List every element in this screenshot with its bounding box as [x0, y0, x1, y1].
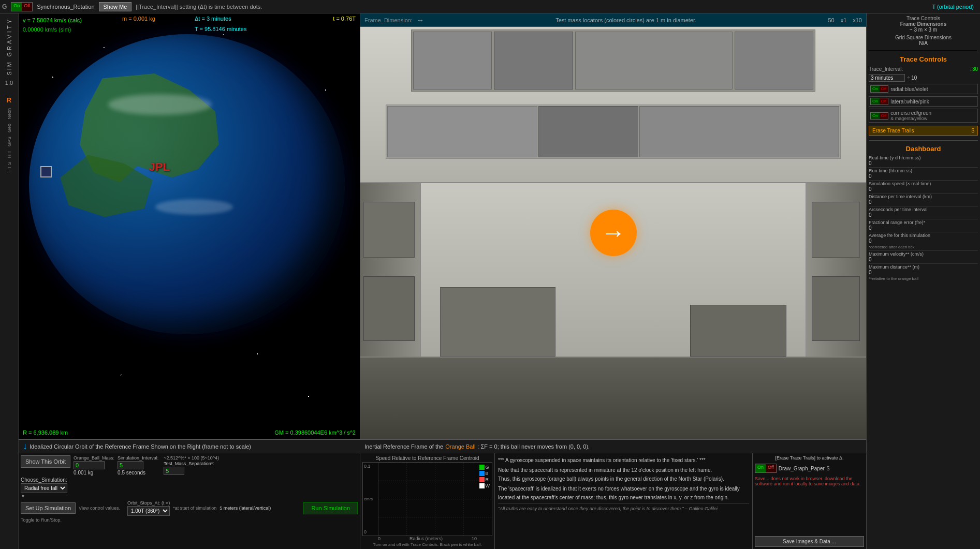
trace-controls-title: Trace Controls	[869, 55, 978, 63]
lateral-off[interactable]: Off	[880, 98, 888, 105]
graph-turn-on-off: Turn on and off with Trace Controls. Bla…	[362, 542, 492, 547]
bottom-info-panel: *** A gyroscope suspended in space maint…	[495, 453, 752, 549]
x-max: 10	[472, 536, 477, 541]
sim-speed-val: 0	[869, 186, 978, 192]
lateral-on[interactable]: On	[871, 98, 880, 105]
satellite-marker	[40, 166, 52, 177]
real-time-label: Real-time (y d hh:mm:ss)	[869, 155, 978, 160]
show-me-button[interactable]: Show Me	[99, 2, 132, 11]
earth-view: JPL R = 6,936.089 km GM = 0.39860044E6 k…	[19, 13, 360, 439]
cloud-1	[108, 94, 212, 115]
lateral-toggle[interactable]: On Off	[870, 98, 888, 105]
trace-minutes-row: ÷ 10	[869, 74, 978, 82]
frac-range-row: Fractional range error (fre)* 0	[869, 219, 978, 231]
choose-sim-label: Choose_Simulation:	[21, 477, 67, 483]
div-10-label: ÷ 10	[907, 75, 917, 81]
sync-on[interactable]: On	[11, 3, 22, 11]
info-line-7: located at the spacecraft's center of ma…	[498, 494, 749, 501]
radial-toggle[interactable]: On Off	[870, 85, 888, 93]
sync-toggle[interactable]: On Off	[11, 2, 33, 11]
legend-w: W	[479, 483, 490, 488]
trace-minutes-input[interactable]	[869, 74, 905, 82]
v-calc-label: v = 7.58074 km/s (calc)	[23, 16, 82, 25]
legend-label-w: W	[486, 483, 490, 488]
test-mass-m-label: 5 meters (lateral/vertical)	[220, 506, 271, 511]
choose-sim-select[interactable]: Radial free fall	[21, 483, 67, 493]
test-mass-m-group: 5 meters (lateral/vertical)	[220, 506, 271, 511]
draw-on[interactable]: On	[755, 464, 766, 472]
real-time-val: 0	[869, 160, 978, 166]
geo-label: Geo	[7, 124, 12, 132]
center-content: v = 7.58074 km/s (calc) 0.00000 km/s (si…	[19, 13, 866, 549]
sim-interval-sec: 0.5 seconds	[118, 470, 158, 476]
trace-interval-row: Trace_Interval: ↓30	[869, 66, 978, 72]
sync-off[interactable]: Off	[22, 3, 32, 11]
corners-label-group: corners:red/green & magenta/yellow	[890, 110, 931, 121]
toggle-label: Toggle to Run/Stop.	[21, 517, 62, 523]
sim-speed-row: Simulation speed (× real-time) 0	[869, 180, 978, 192]
orange-ball-mass-label: Orange_Ball_Mass:	[74, 455, 114, 461]
graph-canvas: G B R	[378, 463, 492, 536]
controls-row-4: Toggle to Run/Stop.	[21, 517, 358, 523]
save-warning-text: Save... does not work in browser. downlo…	[755, 476, 864, 486]
radial-row: On Off radial:blue/violet	[869, 84, 978, 94]
corrected-label: *corrected after each tick	[869, 245, 978, 249]
graph-svg	[378, 463, 492, 536]
orange-ball-mass-input[interactable]	[74, 461, 105, 469]
corners-off[interactable]: Off	[880, 113, 888, 119]
r-label: R	[7, 96, 11, 104]
show-orbit-button[interactable]: Show This Orbit	[21, 455, 70, 468]
frame-dim-value: ~ 3 m × 3 m	[869, 27, 978, 33]
frac-range-label: Fractional range error (fre)*	[869, 220, 978, 225]
info-line-4: Thus, this gyroscope (orange ball) alway…	[498, 475, 749, 483]
arcsec-label: Arcseconds per time interval	[869, 207, 978, 212]
corners-sub-label: & magenta/yellow	[890, 116, 931, 121]
run-sim-button[interactable]: Run Simulation	[303, 502, 358, 514]
erase-label: Erase Trace Trails	[872, 128, 914, 133]
save-images-button[interactable]: Save Images & Data ...	[755, 536, 864, 547]
lateral-label: lateral:white/pink	[890, 99, 929, 105]
draw-graph-toggle[interactable]: On Off	[755, 464, 777, 473]
max-dist-label: Maximum distance** (m)	[869, 264, 978, 270]
frame-dims-title: Trace Controls	[869, 16, 978, 21]
setup-sim-button[interactable]: Set Up Simulation	[21, 502, 76, 514]
gps-label: GPS	[7, 137, 12, 146]
arcsec-row: Arcseconds per time interval 0	[869, 206, 978, 218]
test-mass-sep-input[interactable]	[164, 467, 184, 475]
graph-legend: G B R	[479, 465, 490, 488]
bottom-graph: Speed Relative to Reference Frame Centro…	[360, 453, 495, 549]
x-min: 0	[378, 536, 381, 541]
dashboard-title: Dashboard	[869, 145, 978, 153]
radial-off[interactable]: Off	[880, 86, 888, 92]
test-mass-sep-label: Test_Mass_Separation*:	[164, 461, 219, 466]
orbit-stops-select[interactable]: 1.00T (360°)	[127, 506, 170, 516]
scale-x10: x10	[853, 17, 862, 23]
sync-label: Synchronous_Rotation	[37, 4, 94, 10]
sim-interval-input[interactable]	[118, 461, 143, 469]
right-wall	[806, 183, 866, 368]
test-mass-info: Test mass locators (colored circles) are…	[428, 17, 824, 23]
erase-trace-button[interactable]: Erase Trace Trails $	[869, 126, 978, 136]
frame-dim-label: Frame_Dimension:	[364, 17, 413, 23]
sim-label: SIM	[6, 61, 12, 76]
corners-toggle[interactable]: On Off	[870, 112, 888, 120]
bottom-left-controls: Show This Orbit Orange_Ball_Mass: 0.001 …	[19, 453, 360, 549]
orbit-stops-group: Orbit_Stops_At: (t =) 1.00T (360°)	[127, 500, 170, 516]
max-dist-row: Maximum distance** (m) 0	[869, 263, 978, 275]
right-panel: Trace Controls Frame Dimensions ~ 3 m × …	[866, 13, 980, 549]
corners-on[interactable]: On	[871, 113, 880, 119]
cloud-2	[155, 199, 233, 215]
draw-off[interactable]: Off	[766, 464, 776, 472]
info-line-1: *** A gyroscope suspended in space maint…	[498, 456, 749, 464]
legend-color-r	[479, 477, 485, 482]
down-arrow-icon: ↓	[23, 441, 27, 452]
y-min: 0	[364, 529, 377, 535]
controls-row-1: Show This Orbit Orange_Ball_Mass: 0.001 …	[21, 455, 358, 476]
avg-fre-row: Average fre for this simulation 0	[869, 232, 978, 244]
header-bar: G On Off Synchronous_Rotation Show Me ||…	[0, 0, 980, 13]
left-wall	[360, 183, 421, 368]
radial-on[interactable]: On	[871, 86, 880, 92]
legend-label-b: B	[486, 471, 489, 476]
radial-label: radial:blue/violet	[890, 86, 928, 92]
arrow-lr-icon: ↔	[417, 16, 424, 24]
